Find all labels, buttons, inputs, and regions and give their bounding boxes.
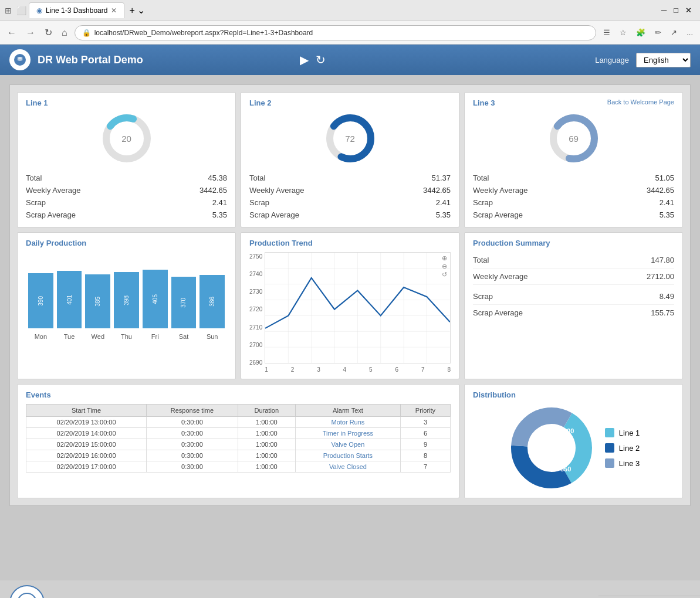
trend-svg: ⊕ ⊖ ↺ [265, 252, 451, 363]
browser-tab[interactable]: ◉ Line 1-3 Dashboard ✕ [29, 2, 124, 18]
distribution-title: Distribution [473, 390, 674, 399]
table-cell-duration: 1:00:00 [238, 439, 295, 450]
line3-scrap-avg-value: 5.35 [660, 210, 674, 219]
daily-production-card: Daily Production 390401385398405370386 M… [17, 232, 236, 379]
line3-total-row: Total 51.05 [473, 172, 674, 184]
annotation-btn[interactable]: ✏ [652, 26, 664, 39]
bar-labels: MonTueWedThuFriSatSun [26, 331, 227, 340]
line2-total-row: Total 51.37 [249, 172, 451, 184]
bar-chart: 390401385398405370386 [26, 252, 227, 328]
forward-btn[interactable]: → [23, 25, 38, 40]
play-btn[interactable]: ▶ [300, 53, 309, 67]
maximize-btn[interactable]: □ [674, 6, 678, 15]
bar-label: Tue [57, 331, 82, 340]
table-cell-duration: 1:00:00 [238, 461, 295, 473]
line1-total-label: Total [26, 174, 42, 182]
bar: 385 [85, 274, 110, 328]
line3-weekly-row: Weekly Average 3442.65 [473, 184, 674, 196]
x-axis: 1 2 3 4 5 6 7 8 [265, 365, 451, 373]
line2-total-label: Total [249, 174, 265, 182]
line2-title: Line 2 [249, 98, 451, 107]
table-cell-duration: 1:00:00 [238, 417, 295, 428]
address-bar[interactable]: 🔒 localhost/DRweb_Demo/webreport.aspx?Re… [75, 25, 596, 40]
refresh-app-btn[interactable]: ↻ [316, 53, 326, 67]
line2-weekly-value: 3442.65 [423, 186, 451, 195]
summary-total-value: 147.80 [651, 256, 674, 264]
close-btn[interactable]: ✕ [685, 6, 692, 15]
bar-value: 405 [152, 294, 158, 304]
line1-weekly-row: Weekly Average 3442.65 [26, 184, 227, 196]
line2-scrap-avg-value: 5.35 [436, 210, 451, 219]
table-cell-alarm[interactable]: Production Starts [295, 450, 400, 461]
table-cell-alarm[interactable]: Timer in Progress [295, 428, 400, 439]
bar-col: 390 [28, 273, 53, 328]
summary-scrap-label: Scrap [473, 292, 493, 301]
svg-text:↺: ↺ [442, 271, 448, 278]
legend-line1-dot [605, 428, 614, 437]
line3-total-label: Total [473, 174, 489, 182]
back-btn[interactable]: ← [5, 25, 19, 40]
line1-scrap-avg-value: 5.35 [212, 210, 227, 219]
summary-scrap-row: Scrap 8.49 [473, 288, 674, 305]
more-btn[interactable]: ... [684, 26, 695, 39]
line1-total-row: Total 45.38 [26, 172, 227, 184]
bar-label: Thu [114, 331, 139, 340]
production-summary-title: Production Summary [473, 239, 674, 247]
minimize-btn[interactable]: ─ [661, 6, 667, 15]
extensions-btn[interactable]: 🧩 [634, 26, 648, 39]
tab-list-btn[interactable]: ⌄ [137, 5, 145, 16]
table-cell-alarm[interactable]: Valve Open [295, 439, 400, 450]
line2-scrap-avg-row: Scrap Average 5.35 [249, 209, 451, 221]
line3-scrap-value: 2.41 [660, 198, 674, 207]
back-to-welcome-link[interactable]: Back to Welcome Page [607, 98, 674, 106]
line2-scrap-row: Scrap 2.41 [249, 196, 451, 209]
table-cell-alarm[interactable]: Motor Runs [295, 417, 400, 428]
bar-col: 385 [85, 274, 110, 328]
address-icon: 🔒 [82, 29, 91, 37]
footer-copyright: Copyright, All rights reserved [598, 596, 700, 599]
table-cell-duration: 1:00:00 [238, 428, 295, 439]
line1-scrap-value: 2.41 [212, 198, 227, 207]
line3-weekly-value: 3442.65 [647, 186, 674, 195]
app-title: DR Web Portal Demo [38, 54, 293, 66]
bar-value: 386 [209, 297, 215, 307]
new-tab-btn[interactable]: + [129, 5, 134, 16]
line2-gauge-value: 72 [345, 134, 355, 144]
line2-weekly-row: Weekly Average 3442.65 [249, 184, 451, 196]
table-cell-alarm[interactable]: Valve Closed [295, 461, 400, 473]
bar-label: Mon [28, 331, 53, 340]
distribution-content: 870 900 850 Line 1 Line 2 [473, 404, 674, 492]
app-logo [9, 49, 31, 70]
line3-gauge-value: 69 [569, 134, 579, 144]
col-duration: Duration [238, 405, 295, 417]
bar: 386 [199, 275, 225, 328]
bookmark-btn[interactable]: ☆ [617, 26, 629, 39]
home-btn[interactable]: ⌂ [59, 25, 70, 40]
line1-gauge-value: 20 [121, 134, 131, 144]
svg-point-30 [18, 593, 36, 598]
svg-text:870: 870 [531, 433, 542, 440]
line1-scrap-avg-label: Scrap Average [26, 210, 76, 219]
share-btn[interactable]: ↗ [668, 26, 679, 39]
tab-close-icon[interactable]: ✕ [111, 6, 117, 15]
events-card: Events Start Time Response time Duration… [17, 384, 459, 498]
summary-weekly-value: 2712.00 [647, 272, 674, 281]
legend-line2-dot [605, 443, 614, 453]
table-cell-response: 0:30:00 [147, 439, 238, 450]
line3-total-value: 51.05 [655, 174, 674, 182]
line2-donut-container: 72 [249, 112, 451, 165]
line2-scrap-label: Scrap [249, 198, 269, 207]
refresh-btn[interactable]: ↻ [42, 25, 55, 40]
dashboard-grid: Line 1 20 Total 45.38 Weekly Average 344… [9, 84, 691, 506]
col-alarm: Alarm Text [295, 405, 400, 417]
col-response: Response time [147, 405, 238, 417]
bar-value: 401 [66, 295, 73, 305]
legend-line2: Line 2 [605, 443, 640, 453]
distribution-legend: Line 1 Line 2 Line 3 [605, 428, 640, 468]
table-row: 02/20/2019 14:00:000:30:001:00:00Timer i… [26, 428, 451, 439]
reader-btn[interactable]: ☰ [601, 26, 613, 39]
summary-weekly-row: Weekly Average 2712.00 [473, 269, 674, 285]
line3-donut-wrap: 69 [547, 112, 600, 165]
language-select[interactable]: English [636, 53, 691, 67]
line1-total-value: 45.38 [208, 174, 227, 182]
